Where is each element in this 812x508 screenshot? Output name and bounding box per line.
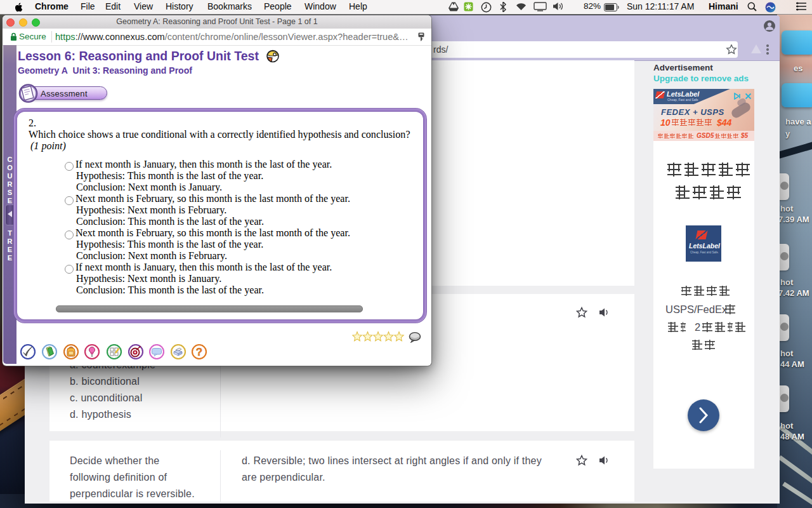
svg-text:?: ? xyxy=(196,346,202,358)
